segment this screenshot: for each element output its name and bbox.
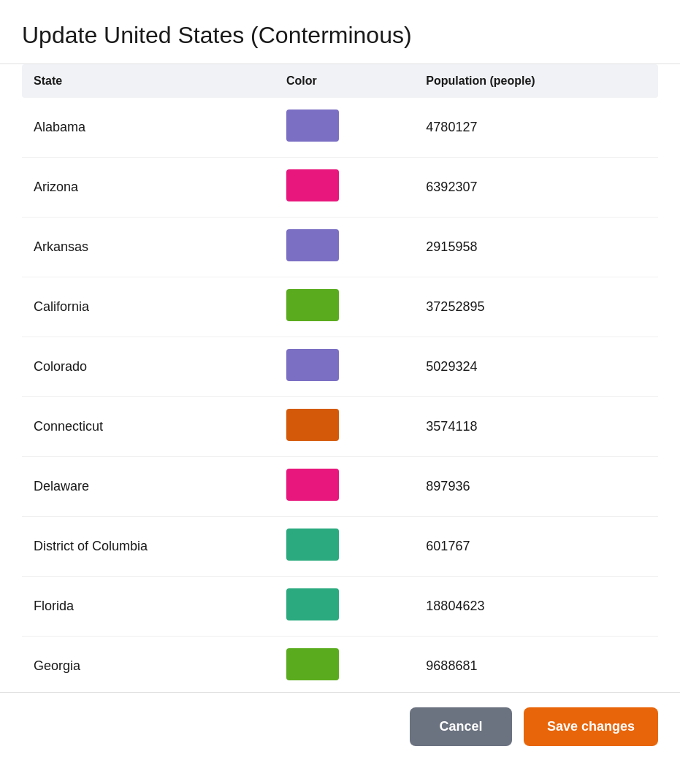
cell-population: 18804623 bbox=[414, 577, 658, 637]
cell-population: 2915958 bbox=[414, 218, 658, 277]
cell-color[interactable] bbox=[275, 277, 414, 337]
table-row: Colorado5029324 bbox=[22, 337, 658, 397]
states-table: State Color Population (people) Alabama4… bbox=[22, 64, 658, 692]
cell-population: 4780127 bbox=[414, 98, 658, 158]
table-row: Georgia9688681 bbox=[22, 637, 658, 693]
footer: Cancel Save changes bbox=[0, 692, 680, 761]
cell-color[interactable] bbox=[275, 577, 414, 637]
cell-state: California bbox=[22, 277, 275, 337]
color-swatch[interactable] bbox=[286, 588, 339, 620]
cell-population: 3574118 bbox=[414, 397, 658, 457]
cell-state: Arkansas bbox=[22, 218, 275, 277]
cell-color[interactable] bbox=[275, 517, 414, 577]
color-swatch[interactable] bbox=[286, 409, 339, 441]
cell-state: Colorado bbox=[22, 337, 275, 397]
cell-color[interactable] bbox=[275, 457, 414, 517]
cell-population: 6392307 bbox=[414, 158, 658, 218]
col-header-color: Color bbox=[275, 64, 414, 98]
color-swatch[interactable] bbox=[286, 229, 339, 261]
cell-color[interactable] bbox=[275, 337, 414, 397]
cell-state: Alabama bbox=[22, 98, 275, 158]
table-row: District of Columbia601767 bbox=[22, 517, 658, 577]
table-row: Arizona6392307 bbox=[22, 158, 658, 218]
table-row: Florida18804623 bbox=[22, 577, 658, 637]
table-header-row: State Color Population (people) bbox=[22, 64, 658, 98]
page-container: Update United States (Conterminous) Stat… bbox=[0, 0, 680, 784]
cell-color[interactable] bbox=[275, 637, 414, 693]
color-swatch[interactable] bbox=[286, 529, 339, 561]
cell-color[interactable] bbox=[275, 98, 414, 158]
color-swatch[interactable] bbox=[286, 469, 339, 501]
cancel-button[interactable]: Cancel bbox=[410, 707, 512, 746]
cell-color[interactable] bbox=[275, 397, 414, 457]
cell-state: Connecticut bbox=[22, 397, 275, 457]
cell-state: Georgia bbox=[22, 637, 275, 693]
cell-population: 5029324 bbox=[414, 337, 658, 397]
cell-state: Arizona bbox=[22, 158, 275, 218]
cell-color[interactable] bbox=[275, 158, 414, 218]
table-row: Delaware897936 bbox=[22, 457, 658, 517]
table-row: California37252895 bbox=[22, 277, 658, 337]
cell-population: 37252895 bbox=[414, 277, 658, 337]
save-changes-button[interactable]: Save changes bbox=[524, 707, 658, 746]
table-row: Alabama4780127 bbox=[22, 98, 658, 158]
color-swatch[interactable] bbox=[286, 109, 339, 142]
cell-color[interactable] bbox=[275, 218, 414, 277]
table-row: Connecticut3574118 bbox=[22, 397, 658, 457]
cell-population: 897936 bbox=[414, 457, 658, 517]
color-swatch[interactable] bbox=[286, 289, 339, 321]
cell-population: 601767 bbox=[414, 517, 658, 577]
cell-population: 9688681 bbox=[414, 637, 658, 693]
col-header-population: Population (people) bbox=[414, 64, 658, 98]
cell-state: Delaware bbox=[22, 457, 275, 517]
color-swatch[interactable] bbox=[286, 648, 339, 680]
color-swatch[interactable] bbox=[286, 349, 339, 381]
table-wrapper[interactable]: State Color Population (people) Alabama4… bbox=[0, 64, 680, 692]
page-title: Update United States (Conterminous) bbox=[0, 0, 680, 64]
cell-state: Florida bbox=[22, 577, 275, 637]
col-header-state: State bbox=[22, 64, 275, 98]
table-row: Arkansas2915958 bbox=[22, 218, 658, 277]
cell-state: District of Columbia bbox=[22, 517, 275, 577]
color-swatch[interactable] bbox=[286, 169, 339, 201]
